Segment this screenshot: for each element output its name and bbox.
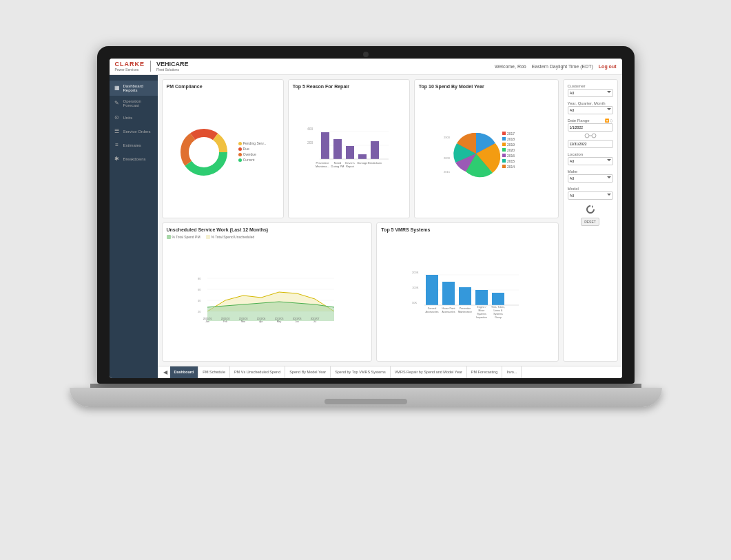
svg-text:During PM: During PM (331, 165, 344, 168)
customer-label: Customer (568, 84, 613, 88)
date-separator (568, 133, 613, 138)
tab-vmrs-repair[interactable]: VMRS Repair by Spend and Model Year (391, 366, 467, 378)
location-select[interactable]: All (568, 157, 613, 165)
units-icon: ⊙ (114, 114, 121, 121)
laptop-hinge (90, 384, 641, 388)
tab-dashboard[interactable]: Dashboard (170, 366, 199, 378)
sidebar-item-estimates[interactable]: ≡ Estimates (110, 138, 158, 152)
app-body: ▦ Dashboard Reports ✎ Operation Forecast… (110, 75, 622, 378)
laptop-container: CLARKE Power Services VEHICARE Fleet Sol… (70, 46, 662, 515)
top10-title: Top 10 Spend By Model Year (419, 84, 554, 89)
filter-panel: Customer All Year, Quarter, Month All (563, 79, 618, 362)
svg-text:Maintena...: Maintena... (316, 165, 329, 168)
svg-text:Motor: Motor (479, 309, 486, 312)
reset-button[interactable]: RESET (581, 218, 599, 226)
svg-text:60: 60 (198, 288, 201, 291)
sidebar-item-operation-forecast[interactable]: ✎ Operation Forecast (110, 96, 158, 111)
model-filter: Model All (568, 187, 613, 200)
header-right: Welcome, Rob Eastern Daylight Time (EDT)… (495, 64, 617, 69)
dot-current (238, 158, 242, 162)
svg-rect-31 (502, 148, 506, 152)
svg-text:Jan: Jan (206, 320, 210, 323)
top5-vmrs-card: Top 5 VMRS Systems 200K 100K 50K (376, 222, 558, 362)
tab-top-vmrs[interactable]: Spend by Top VMRS Systems (331, 366, 391, 378)
date-from-input[interactable] (568, 123, 613, 132)
svg-text:Report: Report (346, 165, 355, 168)
top10-pie-svg: 2017 2018 2019 2020 (442, 125, 531, 180)
label-overdue: Overdue (238, 152, 267, 156)
location-filter: Location All (568, 152, 613, 165)
pm-donut-labels: Pending Serv... Due (238, 141, 267, 163)
svg-rect-72 (426, 275, 438, 305)
tab-arrow-left[interactable]: ◀ (161, 369, 170, 375)
charts-container: PM Compliance (158, 75, 622, 366)
svg-text:Inspection: Inspection (476, 316, 487, 319)
clarke-logo-group: CLARKE Power Services (115, 61, 145, 72)
model-select[interactable]: All (568, 191, 613, 200)
svg-rect-29 (502, 143, 506, 146)
logout-link[interactable]: Log out (599, 64, 617, 69)
svg-text:2015: 2015 (507, 159, 515, 163)
vehicare-subtitle: Fleet Solutions (156, 68, 189, 72)
logo-divider (150, 61, 151, 72)
sidebar-item-dashboard-reports[interactable]: ▦ Dashboard Reports (110, 81, 158, 96)
date-range-label: Date Range (568, 118, 590, 123)
tab-spend-by-model[interactable]: Spend By Model Year (285, 366, 331, 378)
svg-text:General: General (428, 307, 437, 310)
customer-filter: Customer All (568, 84, 613, 97)
svg-text:40: 40 (198, 299, 201, 302)
top5-repair-body: 400 200 (293, 92, 405, 214)
make-select[interactable]: All (568, 174, 613, 183)
svg-rect-14 (371, 141, 379, 159)
breakdowns-icon: ✱ (114, 156, 121, 163)
legend-pm-color (167, 235, 171, 239)
date-range-filter: Date Range 🔽 ⬡ (568, 118, 613, 148)
sidebar-item-label-units: Units (123, 116, 133, 120)
year-quarter-filter: Year, Quarter, Month All (568, 101, 613, 114)
content-area: PM Compliance (158, 75, 622, 378)
label-current: Current (238, 158, 267, 162)
svg-text:Mar: Mar (241, 320, 246, 323)
vehicare-logo-text: VEHICARE (156, 61, 189, 68)
sidebar-item-label-breakdowns: Breakdowns (123, 157, 146, 161)
label-due: Due (238, 147, 267, 151)
make-filter: Make All (568, 169, 613, 183)
top5-vmrs-body: 200K 100K 50K (381, 235, 553, 357)
svg-text:Preventive: Preventive (460, 307, 471, 310)
tab-pm-schedule[interactable]: PM Schedule (198, 366, 230, 378)
svg-text:Jun: Jun (296, 320, 300, 323)
svg-rect-10 (321, 132, 329, 159)
date-to-input[interactable] (568, 140, 613, 148)
svg-rect-12 (346, 146, 354, 159)
year-quarter-select[interactable]: All (568, 106, 613, 114)
sidebar-item-label-dashboard: Dashboard Reports (123, 84, 154, 92)
customer-select[interactable]: All (568, 89, 613, 97)
svg-text:Systems: Systems (494, 313, 504, 315)
svg-text:Accessories: Accessories (442, 311, 455, 313)
location-label: Location (568, 152, 613, 156)
make-label: Make (568, 169, 613, 174)
tab-pm-vs-unscheduled[interactable]: PM Vs Unscheduled Spend (230, 366, 285, 378)
pm-compliance-title: PM Compliance (167, 84, 279, 89)
top5-repair-title: Top 5 Reason For Repair (293, 84, 405, 89)
svg-rect-11 (333, 139, 342, 159)
svg-rect-73 (442, 282, 455, 305)
svg-text:80: 80 (198, 277, 201, 280)
sidebar-item-units[interactable]: ⊙ Units (110, 111, 158, 125)
top5-vmrs-title: Top 5 VMRS Systems (381, 227, 553, 232)
svg-point-4 (193, 141, 215, 163)
app-header: CLARKE Power Services VEHICARE Fleet Sol… (110, 59, 622, 75)
tab-pm-forecasting[interactable]: PM Forecasting (467, 366, 503, 378)
tab-more[interactable]: Invo... (502, 366, 522, 378)
svg-text:2016: 2016 (507, 154, 515, 158)
sidebar-item-service-orders[interactable]: ☰ Service Orders (110, 125, 158, 138)
svg-rect-74 (459, 287, 471, 305)
svg-text:100K: 100K (412, 286, 419, 289)
top5-bar-svg: 400 200 (307, 125, 390, 180)
svg-point-92 (585, 134, 589, 138)
sidebar-item-breakdowns[interactable]: ✱ Breakdowns (110, 152, 158, 166)
svg-text:House Paint: House Paint (442, 307, 455, 310)
unscheduled-legend: % Total Spend PM % Total Spend Unschedul… (167, 235, 368, 239)
svg-text:2017: 2017 (507, 132, 515, 136)
svg-text:2020: 2020 (507, 148, 515, 152)
